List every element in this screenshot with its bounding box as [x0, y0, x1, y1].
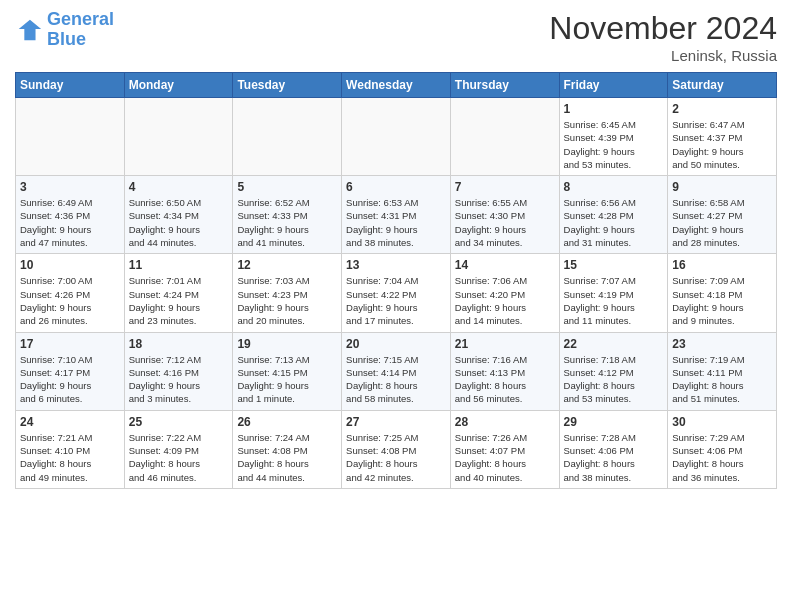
day-number: 21 [455, 337, 555, 351]
calendar-body: 1Sunrise: 6:45 AM Sunset: 4:39 PM Daylig… [16, 98, 777, 489]
calendar-cell: 6Sunrise: 6:53 AM Sunset: 4:31 PM Daylig… [342, 176, 451, 254]
day-info: Sunrise: 7:09 AM Sunset: 4:18 PM Dayligh… [672, 274, 772, 327]
day-info: Sunrise: 7:21 AM Sunset: 4:10 PM Dayligh… [20, 431, 120, 484]
day-number: 8 [564, 180, 664, 194]
day-number: 10 [20, 258, 120, 272]
calendar-week-2: 3Sunrise: 6:49 AM Sunset: 4:36 PM Daylig… [16, 176, 777, 254]
calendar-cell: 27Sunrise: 7:25 AM Sunset: 4:08 PM Dayli… [342, 410, 451, 488]
calendar-cell: 8Sunrise: 6:56 AM Sunset: 4:28 PM Daylig… [559, 176, 668, 254]
logo-line1: General [47, 9, 114, 29]
day-number: 17 [20, 337, 120, 351]
day-number: 29 [564, 415, 664, 429]
calendar-table: Sunday Monday Tuesday Wednesday Thursday… [15, 72, 777, 489]
calendar-cell: 29Sunrise: 7:28 AM Sunset: 4:06 PM Dayli… [559, 410, 668, 488]
day-info: Sunrise: 7:25 AM Sunset: 4:08 PM Dayligh… [346, 431, 446, 484]
day-number: 22 [564, 337, 664, 351]
day-info: Sunrise: 7:00 AM Sunset: 4:26 PM Dayligh… [20, 274, 120, 327]
calendar-cell: 19Sunrise: 7:13 AM Sunset: 4:15 PM Dayli… [233, 332, 342, 410]
day-info: Sunrise: 7:07 AM Sunset: 4:19 PM Dayligh… [564, 274, 664, 327]
calendar-cell: 25Sunrise: 7:22 AM Sunset: 4:09 PM Dayli… [124, 410, 233, 488]
day-info: Sunrise: 6:45 AM Sunset: 4:39 PM Dayligh… [564, 118, 664, 171]
calendar-cell: 12Sunrise: 7:03 AM Sunset: 4:23 PM Dayli… [233, 254, 342, 332]
calendar-cell: 5Sunrise: 6:52 AM Sunset: 4:33 PM Daylig… [233, 176, 342, 254]
calendar-week-4: 17Sunrise: 7:10 AM Sunset: 4:17 PM Dayli… [16, 332, 777, 410]
calendar-cell: 16Sunrise: 7:09 AM Sunset: 4:18 PM Dayli… [668, 254, 777, 332]
day-info: Sunrise: 6:56 AM Sunset: 4:28 PM Dayligh… [564, 196, 664, 249]
calendar-cell [16, 98, 125, 176]
day-info: Sunrise: 6:47 AM Sunset: 4:37 PM Dayligh… [672, 118, 772, 171]
calendar-cell: 26Sunrise: 7:24 AM Sunset: 4:08 PM Dayli… [233, 410, 342, 488]
day-number: 23 [672, 337, 772, 351]
day-number: 27 [346, 415, 446, 429]
day-number: 7 [455, 180, 555, 194]
logo-text: General Blue [47, 10, 114, 50]
title-block: November 2024 Leninsk, Russia [549, 10, 777, 64]
th-friday: Friday [559, 73, 668, 98]
day-info: Sunrise: 7:24 AM Sunset: 4:08 PM Dayligh… [237, 431, 337, 484]
day-info: Sunrise: 7:12 AM Sunset: 4:16 PM Dayligh… [129, 353, 229, 406]
day-number: 11 [129, 258, 229, 272]
calendar-header: Sunday Monday Tuesday Wednesday Thursday… [16, 73, 777, 98]
day-info: Sunrise: 6:53 AM Sunset: 4:31 PM Dayligh… [346, 196, 446, 249]
calendar-cell: 9Sunrise: 6:58 AM Sunset: 4:27 PM Daylig… [668, 176, 777, 254]
calendar-cell: 17Sunrise: 7:10 AM Sunset: 4:17 PM Dayli… [16, 332, 125, 410]
day-number: 16 [672, 258, 772, 272]
day-number: 19 [237, 337, 337, 351]
day-number: 30 [672, 415, 772, 429]
calendar-cell: 28Sunrise: 7:26 AM Sunset: 4:07 PM Dayli… [450, 410, 559, 488]
day-info: Sunrise: 7:01 AM Sunset: 4:24 PM Dayligh… [129, 274, 229, 327]
location: Leninsk, Russia [549, 47, 777, 64]
day-info: Sunrise: 7:15 AM Sunset: 4:14 PM Dayligh… [346, 353, 446, 406]
day-number: 4 [129, 180, 229, 194]
day-number: 20 [346, 337, 446, 351]
day-info: Sunrise: 6:52 AM Sunset: 4:33 PM Dayligh… [237, 196, 337, 249]
day-info: Sunrise: 7:13 AM Sunset: 4:15 PM Dayligh… [237, 353, 337, 406]
day-info: Sunrise: 6:55 AM Sunset: 4:30 PM Dayligh… [455, 196, 555, 249]
th-thursday: Thursday [450, 73, 559, 98]
calendar-cell [342, 98, 451, 176]
calendar-cell: 14Sunrise: 7:06 AM Sunset: 4:20 PM Dayli… [450, 254, 559, 332]
day-info: Sunrise: 6:50 AM Sunset: 4:34 PM Dayligh… [129, 196, 229, 249]
th-tuesday: Tuesday [233, 73, 342, 98]
calendar-cell: 18Sunrise: 7:12 AM Sunset: 4:16 PM Dayli… [124, 332, 233, 410]
day-number: 24 [20, 415, 120, 429]
calendar-cell: 21Sunrise: 7:16 AM Sunset: 4:13 PM Dayli… [450, 332, 559, 410]
day-info: Sunrise: 7:16 AM Sunset: 4:13 PM Dayligh… [455, 353, 555, 406]
th-monday: Monday [124, 73, 233, 98]
calendar-cell [450, 98, 559, 176]
day-info: Sunrise: 7:26 AM Sunset: 4:07 PM Dayligh… [455, 431, 555, 484]
day-info: Sunrise: 6:49 AM Sunset: 4:36 PM Dayligh… [20, 196, 120, 249]
svg-marker-0 [19, 20, 41, 41]
day-number: 13 [346, 258, 446, 272]
day-info: Sunrise: 7:28 AM Sunset: 4:06 PM Dayligh… [564, 431, 664, 484]
calendar-cell: 24Sunrise: 7:21 AM Sunset: 4:10 PM Dayli… [16, 410, 125, 488]
calendar-cell: 15Sunrise: 7:07 AM Sunset: 4:19 PM Dayli… [559, 254, 668, 332]
day-info: Sunrise: 6:58 AM Sunset: 4:27 PM Dayligh… [672, 196, 772, 249]
day-info: Sunrise: 7:29 AM Sunset: 4:06 PM Dayligh… [672, 431, 772, 484]
th-wednesday: Wednesday [342, 73, 451, 98]
day-number: 28 [455, 415, 555, 429]
calendar-cell: 30Sunrise: 7:29 AM Sunset: 4:06 PM Dayli… [668, 410, 777, 488]
calendar-week-1: 1Sunrise: 6:45 AM Sunset: 4:39 PM Daylig… [16, 98, 777, 176]
th-sunday: Sunday [16, 73, 125, 98]
day-info: Sunrise: 7:18 AM Sunset: 4:12 PM Dayligh… [564, 353, 664, 406]
day-info: Sunrise: 7:04 AM Sunset: 4:22 PM Dayligh… [346, 274, 446, 327]
day-number: 2 [672, 102, 772, 116]
day-info: Sunrise: 7:19 AM Sunset: 4:11 PM Dayligh… [672, 353, 772, 406]
day-number: 1 [564, 102, 664, 116]
calendar-cell [233, 98, 342, 176]
calendar-cell: 11Sunrise: 7:01 AM Sunset: 4:24 PM Dayli… [124, 254, 233, 332]
calendar-cell: 20Sunrise: 7:15 AM Sunset: 4:14 PM Dayli… [342, 332, 451, 410]
day-info: Sunrise: 7:06 AM Sunset: 4:20 PM Dayligh… [455, 274, 555, 327]
calendar-cell: 2Sunrise: 6:47 AM Sunset: 4:37 PM Daylig… [668, 98, 777, 176]
day-number: 25 [129, 415, 229, 429]
logo: General Blue [15, 10, 114, 50]
calendar-cell [124, 98, 233, 176]
day-info: Sunrise: 7:10 AM Sunset: 4:17 PM Dayligh… [20, 353, 120, 406]
calendar-cell: 22Sunrise: 7:18 AM Sunset: 4:12 PM Dayli… [559, 332, 668, 410]
day-number: 5 [237, 180, 337, 194]
calendar-cell: 3Sunrise: 6:49 AM Sunset: 4:36 PM Daylig… [16, 176, 125, 254]
header-row: Sunday Monday Tuesday Wednesday Thursday… [16, 73, 777, 98]
header: General Blue November 2024 Leninsk, Russ… [15, 10, 777, 64]
calendar-cell: 7Sunrise: 6:55 AM Sunset: 4:30 PM Daylig… [450, 176, 559, 254]
